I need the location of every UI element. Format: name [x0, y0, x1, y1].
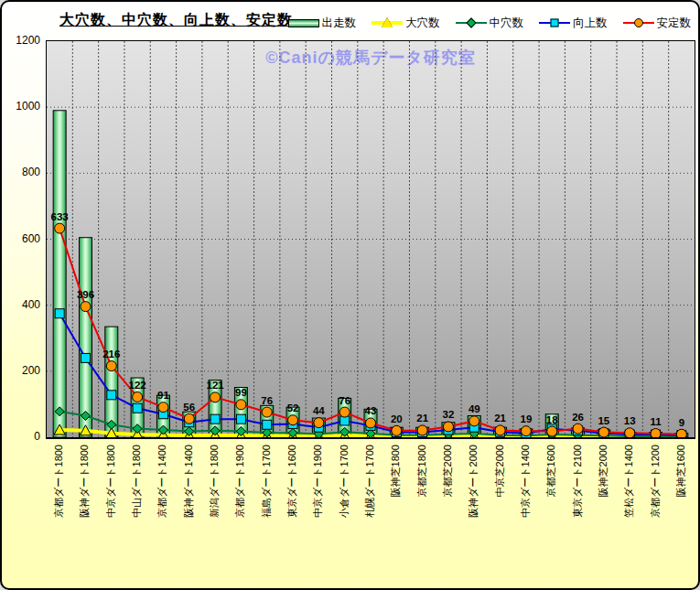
legend-label: 中穴数 — [490, 16, 524, 31]
x-axis-label: 中京ダート1400 — [519, 445, 532, 545]
circle-marker-icon — [184, 413, 194, 424]
legend-item-circle: 安定数 — [623, 16, 692, 31]
x-axis-label: 阪神芝2000 — [597, 445, 609, 545]
data-label: 76 — [339, 395, 350, 406]
legend-label: 大穴数 — [405, 16, 440, 31]
data-label: 49 — [468, 403, 480, 414]
data-label: 9 — [679, 417, 684, 428]
square-marker-icon — [236, 414, 245, 424]
x-axis-label: 阪神芝1800 — [389, 445, 402, 545]
x-axis-label: 阪神ダート1400 — [182, 445, 195, 545]
data-label: 13 — [624, 415, 636, 426]
circle-marker-icon — [210, 392, 221, 402]
circle-marker-icon — [573, 424, 583, 434]
circle-marker-icon — [392, 425, 402, 435]
circle-marker-icon — [625, 428, 635, 437]
x-axis-label: 阪神ダート2000 — [467, 445, 479, 545]
x-axis-label: 阪神ダート1800 — [78, 445, 91, 545]
circle-marker-icon — [158, 402, 168, 413]
data-label: 11 — [650, 416, 662, 427]
y-axis-tick: 1200 — [2, 34, 40, 47]
square-marker-icon — [81, 353, 90, 362]
circle-marker-icon — [81, 302, 91, 312]
legend-item-square: 向上数 — [539, 16, 608, 31]
diamond-marker-icon — [456, 17, 487, 29]
y-axis-tick: 200 — [2, 364, 40, 377]
legend-label: 向上数 — [573, 16, 608, 31]
data-label: 15 — [598, 415, 609, 426]
square-marker-icon — [539, 17, 570, 29]
data-label: 76 — [261, 395, 273, 406]
circle-marker-icon — [598, 427, 608, 437]
x-axis-label: 京都芝1600 — [544, 445, 557, 545]
x-axis-label: 京都ダート1900 — [233, 445, 246, 545]
x-axis-label: 新潟ダート1800 — [208, 445, 221, 545]
x-axis-label: 札幌ダート1700 — [363, 445, 376, 545]
data-label: 122 — [129, 380, 146, 391]
data-label: 56 — [183, 402, 195, 413]
data-label: 121 — [206, 380, 224, 391]
legend-item-diamond: 中穴数 — [456, 16, 524, 31]
circle-marker-icon — [651, 429, 661, 437]
x-axis-label: 京都ダート1400 — [156, 445, 168, 545]
x-axis-label: 京都ダート1200 — [649, 445, 662, 545]
data-label: 18 — [546, 414, 558, 425]
plot-area: ©Caniの競馬データ研究室 6333962161229156121997652… — [46, 40, 695, 439]
legend-label: 安定数 — [657, 16, 692, 31]
circle-marker-icon — [288, 415, 298, 425]
square-marker-icon — [263, 420, 272, 429]
data-label: 99 — [235, 387, 247, 398]
x-axis-label: 小倉ダート1700 — [338, 445, 350, 545]
circle-marker-icon — [106, 361, 116, 371]
triangle-marker-icon — [372, 17, 403, 29]
x-axis-label: 阪神芝1600 — [674, 445, 687, 545]
y-axis-tick: 1000 — [2, 100, 40, 113]
square-marker-icon — [55, 309, 64, 318]
chart-title: 大穴数、中穴数、向上数、安定数 — [59, 11, 293, 30]
chart-canvas: 6333962161229156121997652447643202132492… — [47, 41, 695, 437]
y-axis-tick: 400 — [2, 298, 40, 311]
bar-marker-icon — [288, 17, 319, 29]
bar — [53, 111, 66, 437]
legend-item-triangle: 大穴数 — [372, 16, 440, 31]
y-axis-tick: 600 — [2, 232, 40, 245]
legend: 出走数大穴数中穴数向上数安定数 — [324, 15, 691, 31]
line-antei — [59, 229, 682, 434]
y-axis-tick: 0 — [2, 430, 40, 443]
x-axis-label: 京都芝2000 — [441, 445, 454, 545]
legend-item-bar: 出走数 — [288, 16, 357, 31]
data-label: 52 — [287, 402, 299, 413]
square-marker-icon — [133, 403, 142, 413]
data-label: 43 — [365, 405, 377, 416]
x-axis-label: 中山ダート1800 — [130, 445, 143, 545]
data-label: 19 — [521, 413, 533, 424]
x-axis-label: 京都芝1800 — [415, 445, 428, 545]
data-label: 21 — [416, 413, 428, 424]
x-axis-label: 笠松ダート1400 — [622, 445, 635, 545]
circle-marker-icon — [55, 223, 65, 233]
circle-marker-icon — [676, 429, 686, 437]
circle-marker-icon — [623, 17, 654, 29]
data-label: 32 — [443, 409, 455, 420]
circle-marker-icon — [366, 418, 376, 428]
x-axis-label: 中京ダート1900 — [311, 445, 324, 545]
x-axis-label: 福島ダート1700 — [260, 445, 273, 545]
circle-marker-icon — [133, 392, 143, 402]
circle-marker-icon — [262, 407, 272, 417]
circle-marker-icon — [314, 418, 324, 428]
data-label: 44 — [313, 405, 325, 416]
circle-marker-icon — [495, 425, 505, 435]
bar — [79, 238, 92, 437]
chart-window: 大穴数、中穴数、向上数、安定数 出走数大穴数中穴数向上数安定数 02004006… — [0, 0, 700, 590]
x-axis-label: 東京ダート1600 — [285, 445, 298, 545]
circle-marker-icon — [236, 400, 246, 410]
data-label: 91 — [157, 390, 169, 401]
x-axis-label: 東京ダート2100 — [571, 445, 584, 545]
circle-marker-icon — [443, 422, 453, 432]
data-label: 396 — [77, 289, 94, 300]
data-label: 26 — [572, 412, 584, 423]
data-label: 633 — [51, 211, 69, 222]
x-axis-label: 中京ダート1800 — [104, 445, 117, 545]
square-marker-icon — [210, 414, 220, 424]
y-axis-tick: 800 — [2, 166, 40, 178]
